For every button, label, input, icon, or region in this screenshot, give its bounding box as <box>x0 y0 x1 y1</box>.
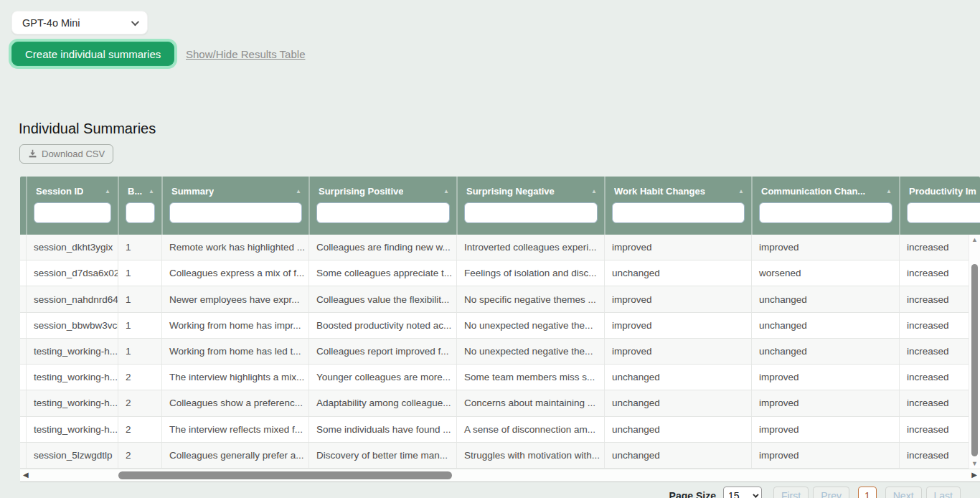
page-title: Individual Summaries <box>19 121 156 137</box>
table-cell: worsened <box>751 260 899 286</box>
table-cell: 1 <box>118 286 161 311</box>
column-header[interactable]: Summary▲ <box>161 177 308 235</box>
row-spacer <box>20 339 26 364</box>
column-header-label[interactable]: Surprising Negative <box>466 186 555 197</box>
table-cell: The interview highlights a mix... <box>161 365 308 390</box>
sort-asc-icon[interactable]: ▲ <box>591 188 597 194</box>
download-csv-label: Download CSV <box>42 149 105 159</box>
table-cell: Working from home has impr... <box>161 313 308 338</box>
scroll-down-icon[interactable]: ▼ <box>969 460 980 467</box>
column-header-label[interactable]: Session ID <box>36 186 83 197</box>
column-header[interactable]: Communication Chan...▲ <box>751 177 899 235</box>
column-header-label[interactable]: Summary <box>171 186 214 197</box>
table-cell: Concerns about maintaining ... <box>456 390 604 415</box>
table-cell: testing_working-h... <box>26 365 118 390</box>
table-cell: testing_working-h... <box>26 339 118 364</box>
horizontal-scrollbar-thumb[interactable] <box>118 471 452 479</box>
table-cell: 1 <box>118 260 161 286</box>
horizontal-scrollbar[interactable]: ◀ ▶ <box>20 469 980 481</box>
table-header: Session ID▲B...▲Summary▲Surprising Posit… <box>20 177 980 235</box>
create-summaries-button[interactable]: Create individual summaries <box>11 42 174 66</box>
last-page-button[interactable]: Last <box>926 487 961 498</box>
column-header-label[interactable]: Surprising Positive <box>319 186 403 197</box>
column-filter-input[interactable] <box>759 202 892 223</box>
column-header-label[interactable]: Communication Chan... <box>761 186 865 197</box>
sort-asc-icon[interactable]: ▲ <box>105 188 110 194</box>
column-filter-input[interactable] <box>126 202 155 223</box>
table-cell: A sense of disconnection am... <box>456 417 604 442</box>
table-cell: session_d7dsa6x02 <box>26 260 118 286</box>
table-cell: Struggles with motivation with... <box>456 443 604 468</box>
table-cell: Newer employees have expr... <box>161 286 308 311</box>
table-cell: improved <box>604 286 751 311</box>
scroll-left-icon[interactable]: ◀ <box>23 471 29 479</box>
column-filter-input[interactable] <box>34 202 111 223</box>
column-header-label[interactable]: Work Habit Changes <box>614 186 705 197</box>
table-cell: 2 <box>118 390 161 415</box>
table-cell: Feelings of isolation and disc... <box>456 260 604 286</box>
scroll-right-icon[interactable]: ▶ <box>971 471 977 479</box>
table-cell: 2 <box>118 417 161 442</box>
column-header[interactable]: B...▲ <box>118 177 161 235</box>
table-cell: unchanged <box>751 313 899 338</box>
first-page-button[interactable]: First <box>773 487 809 498</box>
column-filter-input[interactable] <box>907 202 980 223</box>
table-cell: Discovery of better time man... <box>308 443 456 468</box>
chevron-down-icon <box>131 17 139 25</box>
sort-asc-icon[interactable]: ▲ <box>296 188 301 194</box>
pagination-bar: Page Size 15 First Prev 1 Next Last <box>669 487 961 498</box>
download-csv-button[interactable]: Download CSV <box>19 144 113 164</box>
current-page-button[interactable]: 1 <box>858 487 877 498</box>
table-cell: 1 <box>118 235 161 260</box>
table-row: testing_working-h...2The interview highl… <box>20 365 980 390</box>
page-size-select[interactable]: 15 <box>723 487 762 498</box>
sort-asc-icon[interactable]: ▲ <box>443 188 449 194</box>
column-header[interactable]: Session ID▲ <box>26 177 118 235</box>
column-filter-input[interactable] <box>316 202 450 223</box>
row-spacer <box>20 313 26 338</box>
scroll-up-icon[interactable]: ▲ <box>969 236 980 243</box>
table-cell: testing_working-h... <box>26 390 118 415</box>
table-cell: unchanged <box>604 260 751 286</box>
vertical-scrollbar-thumb[interactable] <box>971 264 978 456</box>
table-row: testing_working-h...2The interview refle… <box>20 417 980 443</box>
row-spacer <box>20 390 26 415</box>
vertical-scrollbar[interactable]: ▲ ▼ <box>969 235 980 469</box>
individual-summaries-table: Session ID▲B...▲Summary▲Surprising Posit… <box>20 177 980 482</box>
column-header[interactable]: Surprising Positive▲ <box>308 177 456 235</box>
sort-asc-icon[interactable]: ▲ <box>738 188 744 194</box>
model-select-value: GPT-4o Mini <box>22 17 80 29</box>
column-filter-input[interactable] <box>169 202 302 223</box>
table-cell: No specific negative themes ... <box>456 286 604 311</box>
table-cell: session_nahdnrd64 <box>26 286 118 311</box>
column-header[interactable]: Work Habit Changes▲ <box>604 177 751 235</box>
table-cell: Colleagues generally prefer a... <box>161 443 308 468</box>
row-spacer <box>20 365 26 390</box>
column-header-label[interactable]: B... <box>128 186 142 197</box>
table-cell: improved <box>751 443 899 468</box>
column-filter-input[interactable] <box>612 202 745 223</box>
table-cell: Some individuals have found ... <box>308 417 456 442</box>
model-select[interactable]: GPT-4o Mini <box>11 11 148 34</box>
sort-asc-icon[interactable]: ▲ <box>886 188 892 194</box>
table-cell: Adaptability among colleague... <box>308 390 456 415</box>
sort-asc-icon[interactable]: ▲ <box>149 188 154 194</box>
table-cell: unchanged <box>751 339 899 364</box>
table-row: session_dkht3ygix1Remote work has highli… <box>20 235 980 260</box>
table-body: session_dkht3ygix1Remote work has highli… <box>20 235 980 469</box>
table-cell: improved <box>751 235 899 260</box>
table-cell: 2 <box>118 443 161 468</box>
table-row: session_nahdnrd641Newer employees have e… <box>20 286 980 312</box>
prev-page-button[interactable]: Prev <box>813 487 849 498</box>
toggle-results-table-link[interactable]: Show/Hide Results Table <box>186 48 305 60</box>
table-cell: improved <box>604 339 751 364</box>
table-cell: improved <box>604 235 751 260</box>
column-header-label[interactable]: Productivity Im <box>909 186 976 197</box>
column-header[interactable]: Surprising Negative▲ <box>456 177 604 235</box>
column-header[interactable]: Productivity Im <box>899 177 980 235</box>
table-cell: 1 <box>118 339 161 364</box>
column-filter-input[interactable] <box>464 202 598 223</box>
next-page-button[interactable]: Next <box>885 487 922 498</box>
download-icon <box>28 149 37 159</box>
table-cell: Working from home has led t... <box>161 339 308 364</box>
